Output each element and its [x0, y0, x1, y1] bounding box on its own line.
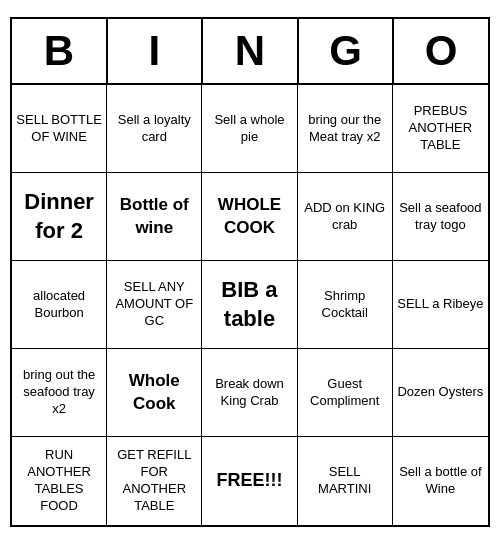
- header-letter-n: N: [203, 19, 299, 83]
- bingo-cell-16: Whole Cook: [107, 349, 202, 437]
- bingo-cell-17: Break down King Crab: [202, 349, 297, 437]
- bingo-cell-12: BIB a table: [202, 261, 297, 349]
- bingo-cell-21: GET REFILL FOR ANOTHER TABLE: [107, 437, 202, 525]
- bingo-cell-19: Dozen Oysters: [393, 349, 488, 437]
- bingo-cell-11: SELL ANY AMOUNT OF GC: [107, 261, 202, 349]
- bingo-grid: SELL BOTTLE OF WINESell a loyalty cardSe…: [12, 85, 488, 525]
- header-letter-o: O: [394, 19, 488, 83]
- bingo-cell-23: SELL MARTINI: [298, 437, 393, 525]
- bingo-cell-2: Sell a whole pie: [202, 85, 297, 173]
- bingo-cell-15: bring out the seafood tray x2: [12, 349, 107, 437]
- bingo-cell-3: bring our the Meat tray x2: [298, 85, 393, 173]
- bingo-cell-5: Dinner for 2: [12, 173, 107, 261]
- bingo-cell-6: Bottle of wine: [107, 173, 202, 261]
- header-letter-b: B: [12, 19, 108, 83]
- bingo-cell-13: Shrimp Cocktail: [298, 261, 393, 349]
- bingo-cell-20: RUN ANOTHER TABLES FOOD: [12, 437, 107, 525]
- bingo-cell-22: FREE!!!: [202, 437, 297, 525]
- bingo-cell-10: allocated Bourbon: [12, 261, 107, 349]
- bingo-cell-9: Sell a seafood tray togo: [393, 173, 488, 261]
- bingo-cell-0: SELL BOTTLE OF WINE: [12, 85, 107, 173]
- bingo-cell-4: PREBUS ANOTHER TABLE: [393, 85, 488, 173]
- bingo-cell-8: ADD on KING crab: [298, 173, 393, 261]
- header-letter-i: I: [108, 19, 204, 83]
- bingo-cell-1: Sell a loyalty card: [107, 85, 202, 173]
- header-letter-g: G: [299, 19, 395, 83]
- bingo-cell-7: WHOLE COOK: [202, 173, 297, 261]
- bingo-cell-14: SELL a Ribeye: [393, 261, 488, 349]
- bingo-cell-18: Guest Compliment: [298, 349, 393, 437]
- bingo-header: BINGO: [12, 19, 488, 85]
- bingo-card: BINGO SELL BOTTLE OF WINESell a loyalty …: [10, 17, 490, 527]
- bingo-cell-24: Sell a bottle of Wine: [393, 437, 488, 525]
